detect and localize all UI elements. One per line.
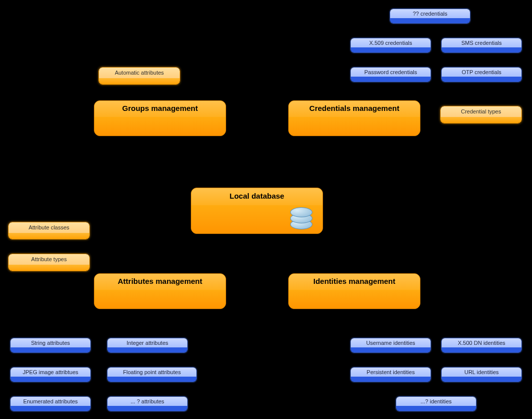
- x509-credentials-label: X.509 credentials: [351, 38, 431, 47]
- unknown-credentials-label: ?? credentials: [390, 9, 470, 18]
- enum-attributes-label: Enumerated attributes: [11, 397, 90, 406]
- float-attributes-label: Floating point attributes: [108, 368, 196, 377]
- url-identities-label: URL identities: [442, 368, 521, 377]
- integer-attributes-label: Integer attributes: [108, 338, 187, 347]
- attributes-management-node: Attributes management: [94, 273, 226, 309]
- attribute-types-node: Attribute types: [8, 254, 90, 271]
- otp-credentials-node: OTP credentials: [441, 67, 522, 82]
- database-icon: [289, 207, 312, 230]
- jpeg-attributes-node: JPEG image attribtues: [10, 367, 91, 382]
- identities-management-title: Identities management: [289, 274, 420, 290]
- attribute-classes-node: Attribute classes: [8, 222, 90, 240]
- credentials-management-node: Credentials management: [288, 100, 420, 136]
- more-identities-node: ...? identities: [396, 396, 476, 411]
- x500-identities-label: X.500 DN identities: [442, 338, 521, 347]
- url-identities-node: URL identities: [441, 367, 522, 382]
- enum-attributes-node: Enumerated attributes: [10, 396, 91, 411]
- persistent-identities-node: Persistent identities: [350, 367, 431, 382]
- local-database-node: Local database: [191, 188, 323, 234]
- float-attributes-node: Floating point attributes: [107, 367, 197, 382]
- x500-identities-node: X.500 DN identities: [441, 338, 522, 353]
- password-credentials-label: Password credentials: [351, 68, 431, 77]
- attributes-management-title: Attributes management: [94, 274, 226, 290]
- more-attributes-node: ... ? attributes: [107, 396, 188, 411]
- otp-credentials-label: OTP credentials: [442, 68, 521, 77]
- groups-management-title: Groups management: [94, 101, 226, 117]
- credential-types-label: Credential types: [441, 106, 521, 117]
- automatic-attributes-node: Automatic attributes: [98, 67, 180, 85]
- unknown-credentials-node: ?? credentials: [390, 9, 470, 24]
- more-attributes-label: ... ? attributes: [108, 397, 187, 406]
- integer-attributes-node: Integer attributes: [107, 338, 188, 353]
- credential-types-node: Credential types: [440, 106, 522, 124]
- username-identities-label: Username identities: [351, 338, 431, 347]
- identities-management-node: Identities management: [288, 273, 420, 309]
- attribute-types-label: Attribute types: [9, 254, 89, 265]
- string-attributes-node: String attributes: [10, 338, 91, 353]
- sms-credentials-label: SMS credentials: [442, 38, 521, 47]
- more-identities-label: ...? identities: [396, 397, 476, 406]
- username-identities-node: Username identities: [350, 338, 431, 353]
- groups-management-node: Groups management: [94, 100, 226, 136]
- jpeg-attributes-label: JPEG image attribtues: [11, 368, 90, 377]
- automatic-attributes-label: Automatic attributes: [99, 68, 180, 78]
- persistent-identities-label: Persistent identities: [351, 368, 431, 377]
- password-credentials-node: Password credentials: [350, 67, 431, 82]
- attribute-classes-label: Attribute classes: [9, 222, 89, 233]
- string-attributes-label: String attributes: [11, 338, 90, 347]
- local-database-title: Local database: [191, 188, 323, 205]
- x509-credentials-node: X.509 credentials: [350, 38, 431, 53]
- credentials-management-title: Credentials management: [289, 101, 420, 117]
- sms-credentials-node: SMS credentials: [441, 38, 522, 53]
